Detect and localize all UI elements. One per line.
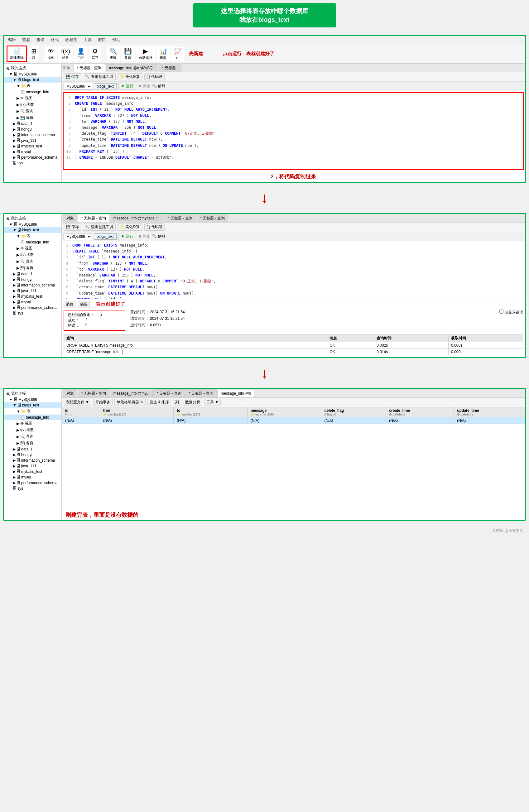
- tree-mysql[interactable]: ▶ 🗄 mysql: [4, 149, 61, 155]
- active-table-tab-1[interactable]: blogs_text: [94, 83, 117, 89]
- tree3-my-connection[interactable]: 🔌 我的连接: [4, 390, 61, 397]
- tree3-query[interactable]: ▶ 🔍 查询: [4, 433, 61, 440]
- view-button[interactable]: 👁 视图: [45, 46, 57, 61]
- col-from[interactable]: from ⚡ varchar(127): [100, 407, 174, 417]
- tree-data1[interactable]: ▶ 🗄 data_1: [4, 121, 61, 127]
- table-config-button[interactable]: 表配置文件 ▼: [63, 399, 91, 406]
- col-update-time[interactable]: update_time ⊙ datetime: [454, 407, 525, 417]
- tree2-mybatis-test[interactable]: ▶ 🗄 mybatis_test: [4, 294, 61, 299]
- col-delete-flag[interactable]: delete_flag # tinyint: [321, 407, 386, 417]
- tree3-hongyi[interactable]: ▶ 🗄 hongyi: [4, 452, 61, 458]
- new-query-button[interactable]: 📄 新建查询: [6, 45, 27, 62]
- panel3-tab-query1[interactable]: * 无标题 - 查询: [78, 389, 110, 397]
- tree2-message-info[interactable]: 📋 message_info: [4, 240, 61, 245]
- columns-button[interactable]: 列: [173, 399, 181, 406]
- data-analysis-button[interactable]: 数据分析: [183, 399, 202, 406]
- stop-button-1[interactable]: ⏹ 停止: [138, 84, 150, 89]
- beautify-button-2[interactable]: ✨ 美化SQL: [117, 223, 142, 231]
- tree3-java111[interactable]: ▶ 🗄 java_111: [4, 463, 61, 469]
- begin-transaction-button[interactable]: 开始事务: [93, 399, 113, 406]
- tree2-java111[interactable]: ▶ 🗄 java_111: [4, 288, 61, 294]
- tree2-performance-schema[interactable]: ▶ 🗄 performance_schema: [4, 305, 61, 310]
- panel3-tab-object[interactable]: 对象: [63, 389, 77, 397]
- tree-hongyi[interactable]: ▶ 🗄 hongyi: [4, 127, 61, 132]
- menu-edit[interactable]: 编辑: [6, 37, 17, 43]
- other-button[interactable]: ⚙ 其它: [89, 46, 101, 61]
- user-button[interactable]: 👤 用户: [74, 46, 88, 61]
- tree-blogs-text[interactable]: ▼ 🗄 blogs_text: [4, 77, 61, 83]
- filter-sort-button[interactable]: 筛选 & 排序: [147, 399, 171, 406]
- panel3-tab-message-info-b[interactable]: message_info @b: [217, 390, 254, 397]
- stop-button-2[interactable]: ⏹ 停止: [138, 234, 150, 239]
- menu-query[interactable]: 查询: [35, 37, 46, 43]
- code-segment-button-1[interactable]: ( ) 代码段: [144, 73, 165, 81]
- autorun-button[interactable]: ▶ 自动运行: [136, 46, 155, 61]
- tree2-mysql[interactable]: ▶ 🗄 mysql: [4, 299, 61, 305]
- panel2-tab-query[interactable]: * 无标题 - 查询: [78, 214, 110, 222]
- tree2-view[interactable]: ▶ 👁 视图: [4, 245, 61, 251]
- model-button[interactable]: 📊 模型: [157, 46, 170, 61]
- col-id[interactable]: id # int: [62, 407, 100, 417]
- save-button-1[interactable]: 💾 保存: [63, 73, 81, 81]
- summary-tab[interactable]: 摘要: [78, 301, 90, 308]
- tree2-table[interactable]: ▼ 📁 表: [4, 233, 61, 240]
- tree-message-info[interactable]: 📋 message_info: [4, 89, 61, 95]
- run-button-1[interactable]: ▶ 运行: [118, 83, 136, 90]
- col-message[interactable]: message ⚡ varchar(256): [247, 407, 321, 417]
- query-builder-button-1[interactable]: 🔧 查询创建工具: [83, 73, 115, 81]
- col-to[interactable]: to ⚡ varchar(127): [174, 407, 247, 417]
- tree3-mysql[interactable]: ▶ 🗄 mysql: [4, 475, 61, 480]
- tree3-backup[interactable]: ▶ 💾 备份: [4, 440, 61, 446]
- tree3-function[interactable]: ▶ f(x) 函数: [4, 427, 61, 433]
- tree3-table[interactable]: ▼ 📁 表: [4, 408, 61, 415]
- tree3-message-info[interactable]: 📋 message_info: [4, 415, 61, 420]
- panel2-tab-message-info[interactable]: message_info @mybatis_t...: [110, 215, 164, 222]
- menu-window[interactable]: 窗口: [97, 37, 107, 43]
- tree-information-schema[interactable]: ▶ 🗄 information_schema: [4, 132, 61, 138]
- save-button-2[interactable]: 💾 保存: [63, 223, 81, 231]
- only-errors-label[interactable]: 仅显示错误: [499, 310, 523, 315]
- data-row-1[interactable]: (N/A) (N/A) (N/A) (N/A) (N/A) (N/A) (N/A…: [62, 417, 525, 424]
- tree3-performance-schema[interactable]: ▶ 🗄 performance_schema: [4, 480, 61, 485]
- run-button-2[interactable]: ▶ 运行: [118, 233, 136, 240]
- query-builder-button-2[interactable]: 🔧 查询创建工具: [83, 223, 115, 231]
- tree-performance-schema[interactable]: ▶ 🗄 performance_schema: [4, 155, 61, 160]
- panel3-tab-query2[interactable]: * 无标题 - 查询: [153, 389, 185, 397]
- code-editor-2[interactable]: 1 DROP TABLE IF EXISTS message_info; 2 C…: [62, 241, 525, 299]
- tree3-blogs-text[interactable]: ▼ 🗄 blogs_text: [4, 402, 61, 408]
- panel1-tab-untitled[interactable]: * 无标题 -: [159, 64, 182, 72]
- tree2-hongyi[interactable]: ▶ 🗄 hongyi: [4, 277, 61, 282]
- table-button[interactable]: ⊞ 表: [28, 46, 39, 61]
- tree3-mysql886[interactable]: ▼ 🗄 MySQL886: [4, 397, 61, 402]
- menu-tools[interactable]: 工具: [82, 37, 93, 43]
- tree2-function[interactable]: ▶ f(x) 函数: [4, 251, 61, 258]
- explain-button-2[interactable]: 🔍 解释: [152, 234, 165, 239]
- explain-button-1[interactable]: 🔍 解释: [152, 84, 165, 89]
- query-button[interactable]: 🔍 查询: [106, 46, 120, 61]
- tree-backup[interactable]: ▶ 💾 备份: [4, 114, 61, 121]
- messages-tab[interactable]: 消息: [63, 301, 75, 308]
- panel1-tab-query[interactable]: * 无标题 - 查询: [74, 64, 105, 72]
- only-errors-checkbox[interactable]: [499, 309, 503, 314]
- tree3-information-schema[interactable]: ▶ 🗄 information_schema: [4, 458, 61, 463]
- tree-mybatis-test[interactable]: ▶ 🗄 mybatis_test: [4, 143, 61, 149]
- tree3-view[interactable]: ▶ 👁 视图: [4, 420, 61, 427]
- tree-sys[interactable]: 🗄 sys: [4, 160, 61, 166]
- col-create-time[interactable]: create_time ⊙ datetime: [386, 407, 454, 417]
- tree-my-connection[interactable]: 🔌 我的连接: [4, 65, 61, 71]
- panel2-tab-untitled1[interactable]: * 无标题 - 查询: [165, 214, 196, 222]
- tree-view[interactable]: ▶ 👁 视图: [4, 95, 61, 101]
- tree-query[interactable]: ▶ 🔍 查询: [4, 108, 61, 114]
- panel3-tab-message-info[interactable]: message_info @my...: [110, 390, 153, 397]
- function-button[interactable]: f(x) 函数: [58, 46, 73, 61]
- active-table-tab-2[interactable]: blogs_text: [94, 233, 117, 240]
- tree2-mysql886[interactable]: ▼ 🗄 MySQL886: [4, 222, 61, 227]
- panel2-tab-object[interactable]: 对象: [63, 214, 77, 222]
- panel2-tab-untitled2[interactable]: * 无标题 - 查询: [197, 214, 228, 222]
- tree-table[interactable]: ▼ 📁 表: [4, 83, 61, 89]
- tree2-backup[interactable]: ▶ 💾 备份: [4, 265, 61, 271]
- tree-java111[interactable]: ▶ 🗄 java_111: [4, 138, 61, 143]
- beautify-button-1[interactable]: ✨ 美化SQL: [117, 73, 142, 81]
- tools-button[interactable]: 工具 ▼: [204, 399, 221, 406]
- cell-editor-button[interactable]: 单元格编辑器 ✎: [114, 399, 145, 406]
